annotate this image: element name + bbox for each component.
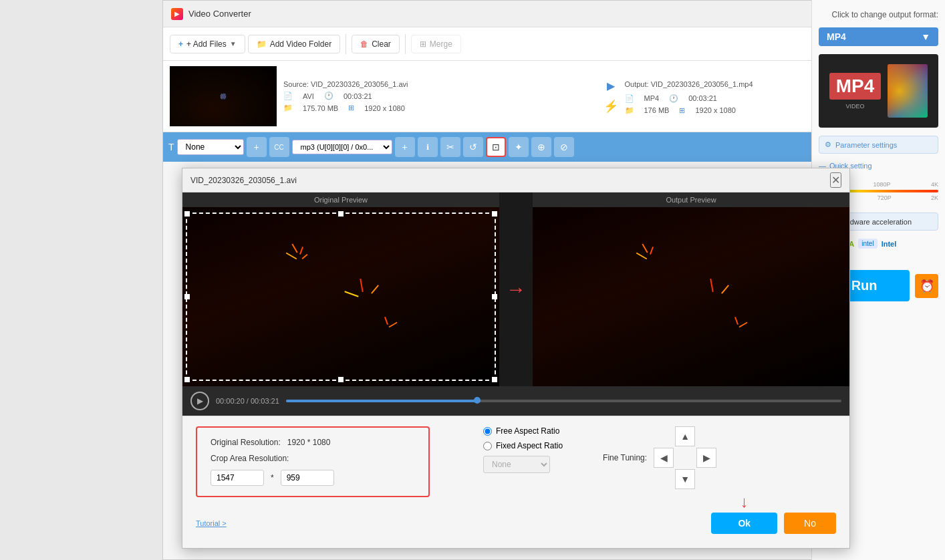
bottom-row: Original Resolution: 1920 * 1080 Crop Ar… — [196, 426, 836, 497]
aspect-ratio-select[interactable]: None — [483, 456, 550, 473]
output-res-icon: ⊞ — [679, 106, 685, 115]
add-subtitle-button[interactable]: + — [247, 137, 267, 157]
fixed-aspect-label[interactable]: Fixed Aspect Ratio — [483, 441, 563, 450]
crop-handle-ml[interactable] — [184, 294, 190, 299]
crop-button[interactable]: ⊡ — [486, 137, 506, 157]
crop-handle-br[interactable] — [492, 377, 497, 382]
fine-tuning-label: Fine Tuning: — [603, 453, 647, 462]
free-aspect-radio[interactable] — [483, 427, 492, 436]
format-selector-button[interactable]: MP4 ▼ — [819, 27, 938, 46]
output-folder-icon: 📁 — [625, 106, 634, 115]
parameter-settings-button[interactable]: ⚙ Parameter settings — [819, 136, 938, 154]
output-duration: 00:03:21 — [688, 94, 717, 102]
alarm-button[interactable]: ⏰ — [915, 274, 938, 298]
merge-button[interactable]: ⊞ Merge — [411, 35, 461, 53]
no-button[interactable]: No — [784, 513, 836, 534]
add-audio-button[interactable]: + — [395, 137, 415, 157]
source-info: Source: VID_20230326_203056_1.avi 📄 AVI … — [283, 80, 597, 112]
watermark-button[interactable]: ⊘ — [554, 137, 574, 157]
fixed-aspect-text: Fixed Aspect Ratio — [496, 441, 563, 450]
tutorial-link[interactable]: Tutorial > — [196, 519, 227, 527]
subtitle-select[interactable]: None — [177, 139, 244, 155]
add-files-label: + Add Files — [186, 39, 227, 49]
fixed-aspect-radio[interactable] — [483, 442, 492, 450]
source-format: AVI — [303, 92, 314, 100]
crop-area-label: Crop Area Resolution: — [211, 454, 289, 463]
audio-select[interactable]: mp3 (U[0][0][0] / 0x0... — [292, 140, 392, 154]
format-dropdown-icon: ▼ — [921, 31, 930, 42]
add-folder-label: Add Video Folder — [270, 39, 332, 49]
enhance-button[interactable]: ⊕ — [531, 137, 551, 157]
crop-handle-tl[interactable] — [184, 211, 190, 217]
fine-left-button[interactable]: ◀ — [654, 448, 674, 468]
dialog-close-button[interactable]: ✕ — [830, 172, 841, 188]
preview-area: Original Preview — [182, 192, 849, 386]
res-icon: ⊞ — [348, 104, 354, 112]
dialog-buttons: ↓ Ok No — [711, 513, 836, 534]
dialog-bottom: Original Resolution: 1920 * 1080 Crop Ar… — [182, 416, 849, 507]
crop-height-input[interactable] — [281, 470, 334, 486]
dialog-footer: Tutorial > ↓ Ok No — [182, 507, 849, 539]
arrows-col: ▶ ⚡ — [603, 80, 618, 114]
clear-label: Clear — [372, 39, 391, 49]
source-label: Source: VID_20230326_203056_1.avi — [283, 80, 597, 88]
play-button[interactable]: ▶ — [190, 392, 209, 410]
fine-down-button[interactable]: ▼ — [675, 469, 695, 489]
original-resolution-label: Original Resolution: — [211, 438, 281, 447]
fine-tuning-grid: ▲ ◀ ▶ ▼ — [654, 426, 716, 489]
settings-icon: ⚙ — [825, 140, 831, 149]
crop-handle-bm[interactable] — [338, 377, 344, 382]
free-aspect-label[interactable]: Free Aspect Ratio — [483, 426, 563, 436]
info-button[interactable]: ℹ — [418, 137, 438, 157]
output-preview-video — [533, 207, 849, 386]
trash-icon: 🗑 — [360, 39, 368, 49]
toolbar-divider-2 — [405, 34, 406, 54]
crop-width-input[interactable] — [211, 470, 264, 486]
rotate-button[interactable]: ↺ — [463, 137, 483, 157]
crop-handle-tr[interactable] — [492, 211, 497, 217]
crop-handle-tm[interactable] — [338, 211, 344, 217]
crop-overlay[interactable] — [186, 213, 496, 381]
aspect-ratio-group: Free Aspect Ratio Fixed Aspect Ratio Non… — [483, 426, 563, 473]
fine-right-button[interactable]: ▶ — [696, 448, 716, 468]
add-files-button[interactable]: + + Add Files ▼ — [170, 35, 245, 53]
intel-logo: Intel — [882, 240, 897, 248]
fine-up-button[interactable]: ▲ — [675, 426, 695, 446]
original-preview-section: Original Preview — [182, 192, 499, 386]
mp4-badge: MP4 — [829, 73, 882, 100]
preview-arrow: → — [499, 192, 533, 386]
file-thumbnail: 🎆 — [170, 66, 277, 126]
output-clock-icon: 🕐 — [669, 94, 678, 103]
playback-time: 00:00:20 / 00:03:21 — [216, 397, 279, 405]
output-format: MP4 — [644, 94, 660, 102]
output-label: Output: VID_20230326_203056_1.mp4 — [625, 80, 753, 88]
lightning-icon: ⚡ — [603, 99, 618, 114]
intel-badge-icon: intel — [861, 240, 873, 247]
crop-handle-bl[interactable] — [184, 377, 190, 382]
effects-button[interactable]: ✦ — [509, 137, 529, 157]
source-size-row: 📁 175.70 MB ⊞ 1920 x 1080 — [283, 104, 597, 112]
progress-bar[interactable] — [286, 400, 841, 402]
app-title: Video Converter — [188, 9, 898, 19]
cut-button[interactable]: ✂ — [440, 137, 460, 157]
source-duration: 00:03:21 — [344, 92, 372, 100]
folder-icon: 📁 — [257, 39, 267, 49]
right-arrow-icon: ▶ — [607, 80, 615, 92]
output-preview-section: Output Preview — [533, 192, 849, 386]
crop-handle-mr[interactable] — [492, 294, 497, 299]
clock-icon: 🕐 — [324, 92, 333, 100]
alarm-icon: ⏰ — [920, 279, 934, 293]
playback-bar: ▶ 00:00:20 / 00:03:21 — [182, 386, 849, 416]
down-arrow-indicator: ↓ — [740, 493, 749, 511]
output-format-icon: 📄 — [625, 94, 634, 103]
add-folder-button[interactable]: 📁 Add Video Folder — [248, 35, 341, 53]
format-preview: MP4 VIDEO — [819, 54, 938, 128]
ok-button[interactable]: ↓ Ok — [711, 513, 777, 534]
clear-button[interactable]: 🗑 Clear — [352, 35, 400, 53]
cc-button[interactable]: CC — [269, 137, 289, 157]
selected-format-label: MP4 — [827, 31, 846, 42]
param-settings-label: Parameter settings — [835, 141, 897, 149]
format-change-label: Click to change output format: — [819, 10, 938, 19]
output-size: 176 MB — [644, 106, 670, 114]
source-meta-row: 📄 AVI 🕐 00:03:21 — [283, 92, 597, 100]
